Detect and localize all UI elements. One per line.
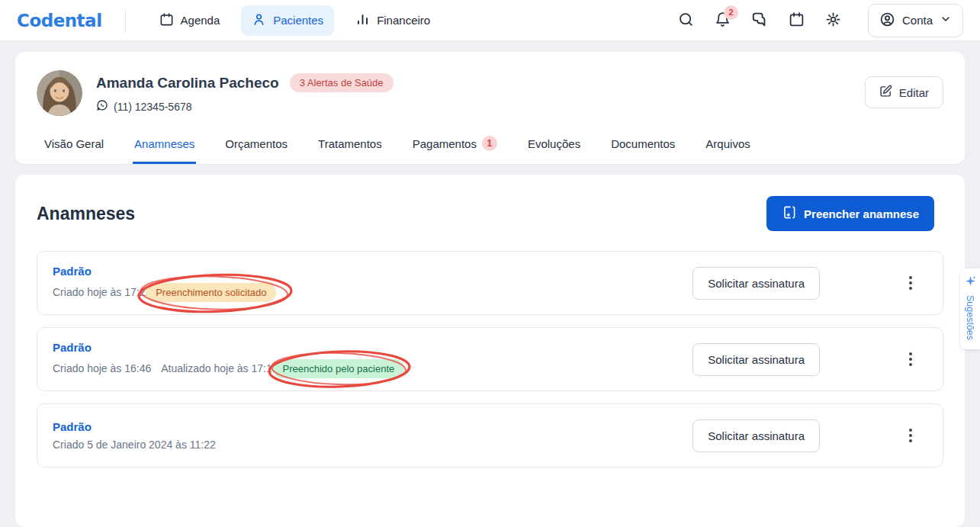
fill-anamnesis-button[interactable]: Preencher anamnese xyxy=(766,196,934,231)
anamnesis-row: Padrão Criado hoje às 16:46 Atualizado h… xyxy=(37,327,943,391)
suggestions-side-tab[interactable]: Sugestões xyxy=(960,268,980,349)
tab-anamneses[interactable]: Anamneses xyxy=(133,125,196,164)
patient-info: Amanda Carolina Pacheco 3 Alertas de Saú… xyxy=(96,70,394,114)
tab-tratamentos[interactable]: Tratamentos xyxy=(316,125,384,164)
request-signature-button[interactable]: Solicitar assinatura xyxy=(692,267,820,300)
tab-arquivos[interactable]: Arquivos xyxy=(704,125,751,164)
created-at-text: Criado hoje às 17:22 xyxy=(53,286,151,298)
nav-item-pacientes[interactable]: Pacientes xyxy=(241,5,334,36)
patient-name: Amanda Carolina Pacheco xyxy=(96,75,279,92)
created-at-text: Criado 5 de Janeiro 2024 às 11:22 xyxy=(53,439,216,451)
anamnesis-title-link[interactable]: Padrão xyxy=(53,341,404,354)
calendar-button[interactable] xyxy=(789,11,805,30)
updated-at-text: Atualizado hoje às 17:16 xyxy=(161,362,278,374)
tab-label: Visão Geral xyxy=(44,137,104,150)
anamneses-list: Padrão Criado hoje às 17:22 Preenchiment… xyxy=(37,251,943,468)
edit-patient-button[interactable]: Editar xyxy=(865,76,943,108)
calendar-icon xyxy=(159,12,174,29)
edit-button-label: Editar xyxy=(899,86,929,99)
nav-item-label: Financeiro xyxy=(377,14,430,27)
health-alerts-badge[interactable]: 3 Alertas de Saúde xyxy=(290,73,394,92)
row-menu-button[interactable] xyxy=(906,349,915,369)
topbar-actions: 2 Conta xyxy=(678,4,963,37)
anamnesis-title-link[interactable]: Padrão xyxy=(53,265,276,278)
notifications-button[interactable]: 2 xyxy=(715,11,731,30)
status-badge: Preenchido pelo paciente xyxy=(273,359,405,378)
sparkle-icon xyxy=(965,275,976,290)
nav-item-label: Agenda xyxy=(181,14,220,27)
account-icon xyxy=(879,11,895,30)
anamneses-panel: Anamneses Preencher anamnese Padrão Cria… xyxy=(15,175,965,527)
settings-button[interactable] xyxy=(825,11,841,30)
patient-header: Amanda Carolina Pacheco 3 Alertas de Saú… xyxy=(15,52,965,116)
app-logo: Codental xyxy=(17,11,102,31)
tab-label: Pagamentos xyxy=(413,137,477,150)
tab-pagamentos[interactable]: Pagamentos 1 xyxy=(411,125,499,164)
patient-tabs: Visão Geral Anamneses Orçamentos Tratame… xyxy=(15,125,965,164)
file-plus-icon xyxy=(782,205,796,222)
main-nav: Agenda Pacientes Financeiro xyxy=(149,5,442,36)
anamnesis-row: Padrão Criado hoje às 17:22 Preenchiment… xyxy=(37,251,943,315)
search-button[interactable] xyxy=(678,11,694,30)
chat-icon xyxy=(751,11,768,30)
fill-anamnesis-label: Preencher anamnese xyxy=(804,207,919,220)
anamnesis-row: Padrão Criado 5 de Janeiro 2024 às 11:22… xyxy=(37,403,943,468)
request-signature-button[interactable]: Solicitar assinatura xyxy=(692,419,820,452)
divider xyxy=(125,9,126,32)
nav-item-financeiro[interactable]: Financeiro xyxy=(345,5,441,36)
row-menu-button[interactable] xyxy=(906,273,915,293)
created-at-text: Criado hoje às 16:46 xyxy=(53,362,151,374)
status-badge-wrap: Preenchido pelo paciente xyxy=(273,359,405,378)
tab-documentos[interactable]: Documentos xyxy=(609,125,676,164)
tab-label: Evoluções xyxy=(528,137,580,150)
account-menu-button[interactable]: Conta xyxy=(868,4,963,37)
tab-orcamentos[interactable]: Orçamentos xyxy=(223,125,289,164)
patient-phone: (11) 12345-5678 xyxy=(114,101,191,113)
tab-label: Arquivos xyxy=(705,137,750,150)
chevron-down-icon xyxy=(940,13,952,27)
status-badge-wrap: Preenchimento solicitado xyxy=(146,283,276,302)
nav-item-label: Pacientes xyxy=(273,14,323,27)
whatsapp-icon xyxy=(96,99,108,114)
anamnesis-title-link[interactable]: Padrão xyxy=(53,420,216,433)
account-label: Conta xyxy=(902,14,933,27)
messages-button[interactable] xyxy=(751,11,768,30)
person-icon xyxy=(252,12,266,29)
tab-visao-geral[interactable]: Visão Geral xyxy=(43,125,105,164)
bar-chart-icon xyxy=(355,12,370,29)
search-icon xyxy=(678,11,694,30)
nav-item-agenda[interactable]: Agenda xyxy=(149,5,231,36)
page-title: Anamneses xyxy=(37,204,135,224)
edit-icon xyxy=(879,85,892,100)
pagamentos-count-badge: 1 xyxy=(482,136,497,151)
tab-evolucoes[interactable]: Evoluções xyxy=(526,125,582,164)
patient-card: Amanda Carolina Pacheco 3 Alertas de Saú… xyxy=(15,52,965,164)
status-badge: Preenchimento solicitado xyxy=(146,283,276,302)
suggestions-label: Sugestões xyxy=(965,295,975,340)
gear-icon xyxy=(825,11,841,30)
patient-avatar xyxy=(37,70,82,116)
topbar: Codental Agenda Pacientes Financeiro 2 xyxy=(0,0,980,41)
tab-label: Tratamentos xyxy=(318,137,382,150)
request-signature-button[interactable]: Solicitar assinatura xyxy=(692,343,820,376)
tab-label: Documentos xyxy=(611,137,675,150)
row-menu-button[interactable] xyxy=(906,426,915,445)
notification-count-badge: 2 xyxy=(724,5,738,20)
tab-label: Anamneses xyxy=(134,137,194,150)
tab-label: Orçamentos xyxy=(225,137,288,150)
calendar-icon xyxy=(789,11,805,30)
